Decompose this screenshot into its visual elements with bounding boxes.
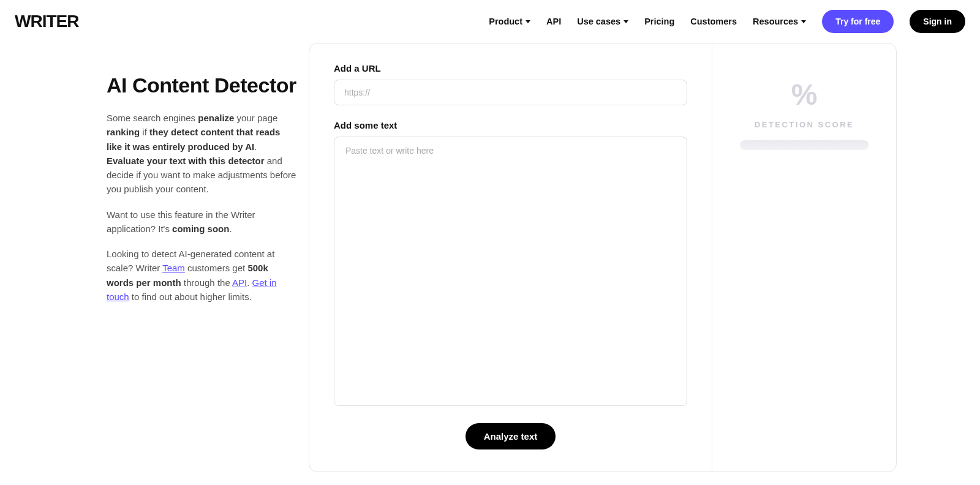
nav-pricing[interactable]: Pricing — [644, 17, 674, 26]
nav: Product API Use cases Pricing Customers … — [489, 10, 965, 33]
percent-icon: % — [727, 78, 881, 111]
score-bar — [740, 140, 869, 150]
score-label: DETECTION SCORE — [727, 120, 881, 129]
analyze-button[interactable]: Analyze text — [466, 423, 556, 449]
try-for-free-button[interactable]: Try for free — [822, 10, 894, 33]
description-1: Some search engines penalize your page r… — [107, 111, 296, 197]
score-column: % DETECTION SCORE — [712, 43, 896, 472]
description-3: Looking to detect AI-generated content a… — [107, 247, 296, 304]
page-title: AI Content Detector — [107, 73, 296, 97]
text-input[interactable] — [334, 137, 687, 406]
nav-resources-label: Resources — [753, 17, 798, 26]
header: WRITER Product API Use cases Pricing Cus… — [0, 0, 980, 43]
nav-product-label: Product — [489, 17, 522, 26]
description-2: Want to use this feature in the Writer a… — [107, 208, 296, 236]
nav-usecases-label: Use cases — [577, 17, 620, 26]
text-label: Add some text — [334, 120, 687, 130]
logo[interactable]: WRITER — [15, 12, 78, 31]
sign-in-button[interactable]: Sign in — [910, 10, 965, 33]
chevron-down-icon — [526, 20, 530, 23]
nav-resources[interactable]: Resources — [753, 17, 806, 26]
api-link[interactable]: API — [232, 277, 247, 288]
chevron-down-icon — [624, 20, 628, 23]
url-input[interactable] — [334, 80, 687, 105]
nav-usecases[interactable]: Use cases — [577, 17, 628, 26]
analyze-wrap: Analyze text — [334, 423, 687, 449]
form-column: Add a URL Add some text Analyze text — [309, 43, 712, 472]
url-label: Add a URL — [334, 63, 687, 73]
chevron-down-icon — [801, 20, 806, 23]
detector-card: Add a URL Add some text Analyze text % D… — [309, 43, 897, 472]
sidebar-copy: AI Content Detector Some search engines … — [15, 43, 309, 472]
main: AI Content Detector Some search engines … — [0, 43, 980, 484]
nav-customers[interactable]: Customers — [690, 17, 737, 26]
team-link[interactable]: Team — [162, 263, 185, 273]
nav-product[interactable]: Product — [489, 17, 530, 26]
nav-api[interactable]: API — [546, 17, 561, 26]
